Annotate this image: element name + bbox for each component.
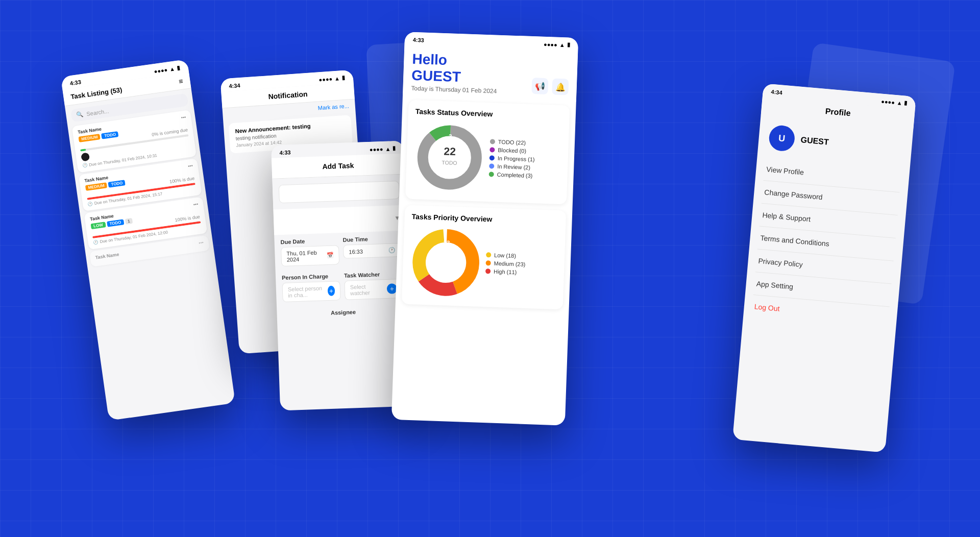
svg-text:18: 18 [457,260,464,267]
status-time-5: 4:34 [771,88,782,95]
legend-inreview: In Review (2) [489,163,560,172]
screen-profile: 4:34 ●●●● ▲ ▮ Profile U GUEST View Profi… [732,83,916,452]
calendar-icon: 📅 [326,252,333,258]
watcher-placeholder: Select watcher [350,283,387,296]
status-time-2: 4:34 [229,82,240,89]
add-task-top [272,175,406,210]
legend-inprogress: In Progress (1) [489,155,561,163]
due-time-label: Due Time [342,235,401,243]
signal-icon-5: ●●●● [881,98,895,105]
due-time-field: Due Time 16:33 🕐 [342,235,402,264]
legend-completed: Completed (3) [489,171,560,180]
due-date-input[interactable]: Thu, 01 Feb 2024 📅 [281,245,339,266]
profile-username: GUEST [800,135,829,147]
priority-chart-row: 23 11 18 Low (18) Medium (23) [409,226,558,302]
status-time-4: 4:33 [413,36,424,43]
announcement-icon[interactable]: 📢 [531,78,548,94]
dot-low [486,252,491,257]
priority-donut-svg: 23 11 18 [409,226,483,300]
watcher-field: Task Watcher Select watcher + [344,271,403,300]
task-1-progress-fill [80,149,86,151]
battery-icon-2: ▮ [341,75,345,81]
notification-icon-btn[interactable]: 🔔 [552,78,569,95]
svg-text:23: 23 [443,239,450,246]
task-more-4[interactable]: ••• [199,240,204,246]
svg-text:3: 3 [449,133,452,139]
status-donut-svg: 22 TODO 3 2 1 [412,120,486,194]
wifi-icon-1: ▲ [169,65,175,72]
add-task-title: Add Task [322,161,354,170]
profile-menu: View Profile Change Password Help & Supp… [743,157,910,330]
priority-overview-card: Tasks Priority Overview 23 11 [402,205,567,310]
screen-add-task: 4:33 ●●●● ▲ ▮ Add Task ▼ Due Date Thu, 0… [271,141,413,411]
svg-text:1: 1 [458,155,462,161]
task-label-4: Task Name [95,252,119,260]
status-icons-3: ●●●● ▲ ▮ [370,145,396,153]
due-date-field: Due Date Thu, 01 Feb 2024 📅 [280,237,339,266]
dot-inprogress [489,155,495,160]
search-placeholder: Search... [86,108,109,117]
signal-icon-4: ●●●● [544,41,557,47]
search-icon: 🔍 [76,111,84,118]
dashboard-header: Hello GUEST Today is Thursday 01 Feb 202… [403,44,578,102]
due-time-input[interactable]: 16:33 🕐 [343,243,402,259]
assignee-label: Assignee [331,309,356,316]
dot-todo [490,139,495,144]
svg-text:2: 2 [437,154,440,160]
pic-section: Person In Charge Select person in cha...… [276,266,409,306]
legend-high: High (11) [485,268,557,277]
form-row-pic-watcher: Person In Charge Select person in cha...… [282,271,403,302]
priority-card-title: Tasks Priority Overview [411,212,558,226]
pic-placeholder: Select person in cha... [288,285,328,299]
legend-low: Low (18) [486,252,557,260]
svg-text:TODO: TODO [442,159,457,166]
task-more-1[interactable]: ••• [181,114,186,120]
watcher-input[interactable]: Select watcher + [344,279,403,300]
battery-icon-4: ▮ [567,41,570,48]
battery-icon-1: ▮ [177,64,181,71]
dot-inreview [489,163,494,168]
task-list-title: Task Listing (53) [70,86,122,101]
section-info: ▼ [273,205,407,235]
pic-add-button[interactable]: + [327,286,335,296]
clock-icon-3: 🕐 [93,240,99,245]
due-date-label: Due Date [280,237,338,245]
status-chart-row: 22 TODO 3 2 1 TODO (22) Blo [412,120,562,197]
status-donut-chart: 22 TODO 3 2 1 [412,120,486,194]
pic-input[interactable]: Select person in cha... + [282,281,340,302]
badge-count-3: 1 [125,218,133,225]
task-more-3[interactable]: ••• [193,202,199,207]
battery-icon-5: ▮ [904,100,908,106]
dot-blocked [489,147,495,152]
dot-high [485,268,491,274]
filter-icon[interactable]: ≡ [178,77,183,86]
avatar-initials: U [778,133,786,144]
priority-legend: Low (18) Medium (23) High (11) [485,252,558,279]
status-time-3: 4:33 [279,149,290,156]
wifi-icon-4: ▲ [559,41,565,47]
signal-icon-2: ●●●● [318,76,332,83]
clock-icon-1: 🕐 [82,163,88,168]
task-more-2[interactable]: ••• [188,163,193,168]
status-icons-5: ●●●● ▲ ▮ [881,97,908,106]
status-legend: TODO (22) Blocked (0) In Progress (1) In… [488,138,561,182]
signal-icon-1: ●●●● [154,66,168,75]
status-time-1: 4:33 [69,79,81,86]
wifi-icon-5: ▲ [896,100,902,106]
screen-dashboard: 4:33 ●●●● ▲ ▮ Hello GUEST Today is Thurs… [391,32,578,425]
due-date-value: Thu, 01 Feb 2024 [286,249,327,263]
priority-donut-chart: 23 11 18 [409,226,483,300]
clock-icon: 🕐 [388,247,396,253]
clock-icon-2: 🕐 [88,201,93,206]
legend-blocked: Blocked (0) [489,147,561,155]
form-row-date-time: Due Date Thu, 01 Feb 2024 📅 Due Time 16:… [280,235,402,266]
dashboard-body: Tasks Status Overview 22 TODO [395,95,576,320]
svg-text:22: 22 [444,145,456,157]
wifi-icon-3: ▲ [385,145,390,152]
legend-medium: Medium (23) [485,260,557,268]
due-date-section: Due Date Thu, 01 Feb 2024 📅 Due Time 16:… [274,231,408,271]
svg-text:11: 11 [429,265,436,272]
legend-todo: TODO (22) [490,138,561,147]
profile-title: Profile [825,107,851,117]
task-title-field[interactable] [279,181,400,203]
